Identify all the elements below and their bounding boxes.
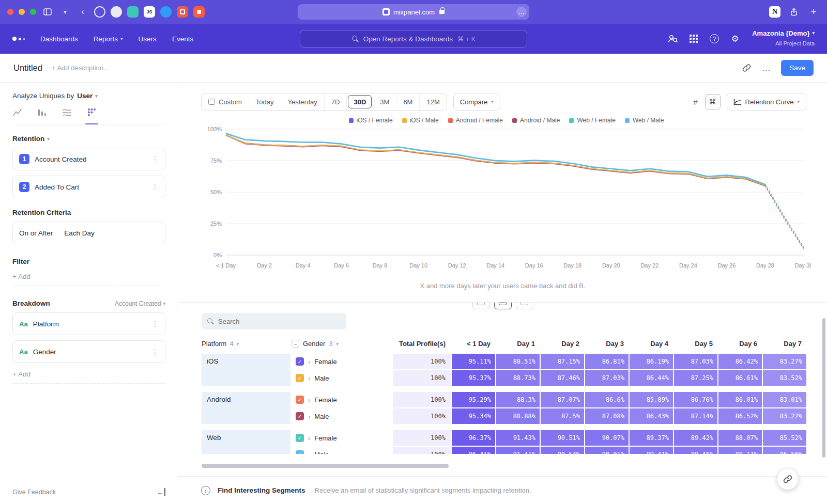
extension-blue-icon[interactable] xyxy=(160,6,172,18)
extension-cube-icon[interactable] xyxy=(127,6,139,18)
nav-users[interactable]: Users xyxy=(139,35,157,43)
compare-button[interactable]: Compare▾ xyxy=(453,93,500,111)
back-icon[interactable]: ‹ xyxy=(76,6,89,18)
report-title[interactable]: Untitled xyxy=(13,63,42,73)
annotations-icon[interactable]: # xyxy=(691,96,699,108)
table-search-input[interactable] xyxy=(218,318,332,325)
range-30d[interactable]: 30D xyxy=(346,93,373,110)
legend-item[interactable]: iOS / Female xyxy=(349,117,393,124)
tab-retention[interactable] xyxy=(87,108,96,124)
breakdown-gender[interactable]: Aa Gender ⋮ xyxy=(12,340,165,363)
criteria-interval-dropdown[interactable]: Each Day xyxy=(64,229,95,237)
kebab-menu-icon[interactable]: ⋮ xyxy=(151,183,159,191)
series-checkbox[interactable]: ✓ xyxy=(296,434,304,442)
legend-item[interactable]: Android / Female xyxy=(448,117,503,124)
mixpanel-logo[interactable] xyxy=(12,37,25,41)
new-tab-icon[interactable]: + xyxy=(807,6,820,18)
extension-logo-icon[interactable] xyxy=(177,6,188,18)
range-6m[interactable]: 6M xyxy=(396,93,419,110)
add-filter-button[interactable]: + Add xyxy=(12,273,165,286)
browser-sidebar-toggle-icon[interactable] xyxy=(41,6,54,18)
minimize-window-button[interactable] xyxy=(19,9,25,15)
expand-row-icon[interactable]: › xyxy=(308,358,310,366)
platform-column-header[interactable]: Platform 4 ▾ xyxy=(202,340,292,348)
range-yesterday[interactable]: Yesterday xyxy=(281,93,324,110)
criteria-mode-dropdown[interactable]: On or After xyxy=(19,229,53,237)
view-table-only-button[interactable] xyxy=(516,302,533,309)
nav-events[interactable]: Events xyxy=(172,35,193,43)
range-custom[interactable]: Custom xyxy=(202,93,249,110)
global-search[interactable]: Open Reports & Dashboards ⌘ + K xyxy=(300,30,527,48)
gender-column-header[interactable]: – Gender 3 ▾ xyxy=(292,340,393,348)
maximize-window-button[interactable] xyxy=(30,9,36,15)
project-switcher[interactable]: Amazonia {Demo}▾ All Project Data xyxy=(752,29,815,48)
extension-js-icon[interactable]: JS xyxy=(144,6,155,18)
view-split-button[interactable] xyxy=(494,302,512,309)
tab-insights[interactable] xyxy=(12,108,22,124)
string-property-icon: Aa xyxy=(19,320,28,328)
notion-extension-icon[interactable]: N xyxy=(769,6,780,18)
kebab-menu-icon[interactable]: ⋮ xyxy=(151,320,159,328)
extension-red-icon[interactable] xyxy=(193,6,205,18)
extension-clock-icon[interactable] xyxy=(94,6,105,18)
expand-row-icon[interactable]: › xyxy=(308,396,310,404)
expand-row-icon[interactable]: › xyxy=(308,434,310,442)
tab-flows[interactable] xyxy=(62,108,72,124)
chevron-down-icon: ▾ xyxy=(336,341,339,346)
tab-funnels[interactable] xyxy=(38,108,47,124)
select-all-checkbox[interactable]: – xyxy=(292,340,299,348)
apps-grid-icon[interactable] xyxy=(688,33,699,44)
close-window-button[interactable] xyxy=(7,9,13,15)
tab-chevron-icon[interactable]: ▾ xyxy=(59,6,71,18)
user-lookup-icon[interactable] xyxy=(667,33,679,44)
range-3m[interactable]: 3M xyxy=(373,93,396,110)
series-checkbox[interactable]: ✓ xyxy=(296,374,304,382)
give-feedback-link[interactable]: Give Feedback xyxy=(12,489,56,496)
legend-item[interactable]: Web / Female xyxy=(569,117,615,124)
range-today[interactable]: Today xyxy=(249,93,281,110)
retention-section-label[interactable]: Retention▾ xyxy=(12,135,165,143)
horizontal-scrollbar[interactable] xyxy=(202,464,739,468)
nav-reports[interactable]: Reports▾ xyxy=(94,35,123,43)
series-checkbox[interactable]: ✓ xyxy=(296,412,304,420)
breakdown-platform[interactable]: Aa Platform ⋮ xyxy=(12,312,165,335)
expand-row-icon[interactable]: › xyxy=(308,451,310,454)
range-12m[interactable]: 12M xyxy=(419,93,446,110)
vertical-scrollbar[interactable] xyxy=(822,318,825,458)
settings-gear-icon[interactable]: ⚙ xyxy=(729,33,741,44)
help-icon[interactable]: ? xyxy=(709,33,720,44)
extension-gray-icon[interactable] xyxy=(111,6,122,18)
legend-item[interactable]: iOS / Male xyxy=(402,117,439,124)
series-checkbox[interactable]: ✓ xyxy=(296,450,304,454)
kebab-menu-icon[interactable]: ⋮ xyxy=(151,348,159,356)
kebab-menu-icon[interactable]: ⋮ xyxy=(151,155,159,163)
legend-item[interactable]: Android / Male xyxy=(512,117,560,124)
breakdown-target-dropdown[interactable]: Account Created▾ xyxy=(115,300,165,307)
expand-row-icon[interactable]: › xyxy=(308,413,310,420)
analyze-by-dropdown[interactable]: User▾ xyxy=(77,92,98,100)
retention-value-cell: 87.5% xyxy=(541,408,584,424)
copy-link-icon[interactable] xyxy=(742,64,751,72)
chart-type-dropdown[interactable]: Retention Curve ▾ xyxy=(727,93,806,111)
share-report-floating-button[interactable] xyxy=(777,469,798,490)
add-description[interactable]: + Add description... xyxy=(52,64,109,72)
save-button[interactable]: Save xyxy=(781,60,814,76)
table-search[interactable] xyxy=(202,313,346,329)
keyboard-shortcuts-icon[interactable]: ⌘ xyxy=(705,94,721,109)
range-7d[interactable]: 7D xyxy=(324,93,347,110)
series-checkbox[interactable]: ✓ xyxy=(296,396,304,404)
collapse-sidebar-icon[interactable]: ← xyxy=(157,488,165,496)
find-segments-link[interactable]: Find Interesting Segments xyxy=(218,486,305,494)
address-bar-more-icon[interactable]: … xyxy=(516,7,527,17)
retention-step-2[interactable]: 2 Added To Cart ⋮ xyxy=(12,176,165,198)
address-bar[interactable]: mixpanel.com … xyxy=(298,4,529,20)
retention-step-1[interactable]: 1 Account Created ⋮ xyxy=(12,148,165,170)
series-checkbox[interactable]: ✓ xyxy=(296,357,304,366)
expand-row-icon[interactable]: › xyxy=(308,374,310,382)
nav-dashboards[interactable]: Dashboards xyxy=(40,35,78,43)
add-breakdown-button[interactable]: + Add xyxy=(12,370,165,384)
more-options-icon[interactable]: … xyxy=(761,62,771,73)
view-chart-only-button[interactable] xyxy=(472,302,490,309)
share-icon[interactable] xyxy=(788,6,800,18)
legend-item[interactable]: Web / Male xyxy=(625,117,664,124)
